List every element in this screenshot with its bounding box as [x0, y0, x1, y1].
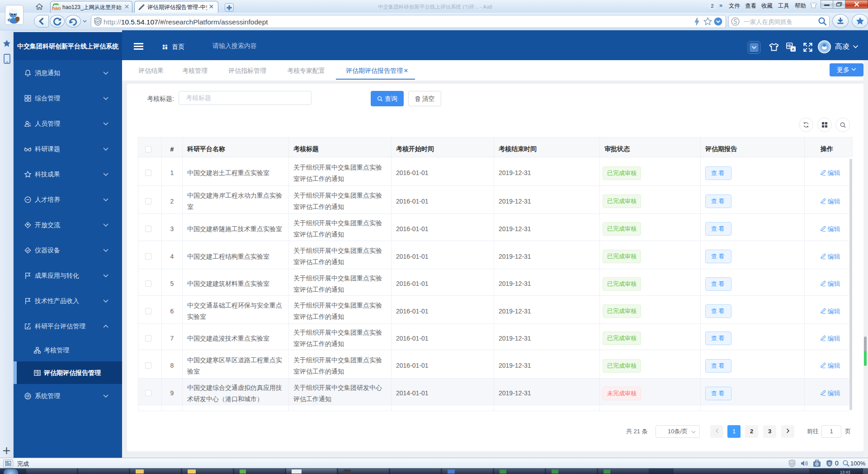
svg-text:hao: hao [52, 5, 61, 11]
svg-text:S: S [828, 461, 830, 466]
svg-text:A: A [792, 47, 794, 52]
